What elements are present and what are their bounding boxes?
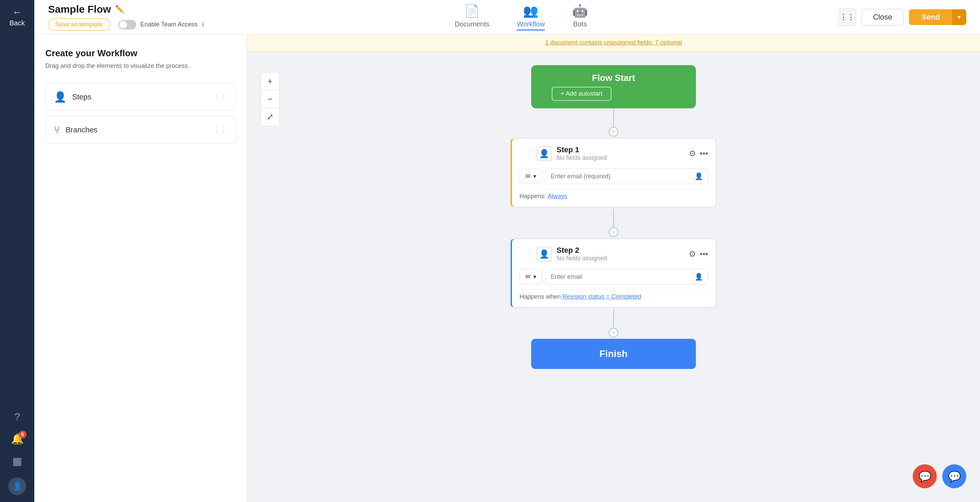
notification-badge: 5 (19, 431, 26, 438)
connector-add-3[interactable]: + (609, 328, 618, 337)
step-1-email-input-wrapper: 👤 (546, 168, 708, 184)
workflow-icon: 👥 (523, 4, 538, 18)
step-2-avatar: 👤 (537, 246, 552, 262)
step-1-happens-label: Happens: (520, 193, 546, 200)
save-template-button[interactable]: Save as template (48, 19, 110, 30)
connector-3: + (613, 309, 614, 333)
step-2-body: ✉ ▾ 👤 Happens when Revision sta (512, 265, 716, 307)
bots-icon: 🤖 (572, 4, 588, 18)
steps-drag-handle[interactable]: ⋮⋮ (213, 93, 227, 101)
connector-2: + (613, 209, 614, 232)
help-icon[interactable]: ? (14, 411, 20, 423)
grid-view-button[interactable]: ⋮⋮ (838, 8, 856, 26)
step-1-email-type-select[interactable]: ✉ ▾ (520, 169, 542, 184)
sidebar-item-steps[interactable]: 👤 Steps ⋮⋮ (45, 83, 236, 111)
back-label: Back (10, 19, 25, 27)
enable-access-label: Enable Team Access (140, 21, 198, 28)
close-button[interactable]: Close (862, 9, 904, 25)
step-2-header: ⋮⋮ 👤 Step 2 No fields assigned ⚙ ••• (512, 239, 716, 265)
flow-title-text: Sample Flow (48, 3, 111, 15)
toggle-knob (119, 21, 127, 29)
step-2-contact-icon[interactable]: 👤 (695, 273, 703, 281)
email-icon: ✉ (525, 173, 530, 180)
tab-workflow-label: Workflow (517, 20, 545, 28)
step-2-email-input[interactable] (551, 273, 692, 281)
send-button[interactable]: Send (909, 9, 952, 25)
finish-label: Finish (600, 348, 628, 359)
edit-title-icon[interactable]: ✏️ (115, 5, 124, 14)
tab-documents[interactable]: 📄 Documents (455, 4, 489, 30)
steps-icon: 👤 (54, 91, 67, 103)
banner: 1 document contains unassigned fields: 7… (247, 34, 980, 51)
flow-title-area: Sample Flow ✏️ (48, 3, 204, 15)
tab-workflow[interactable]: 👥 Workflow (517, 4, 545, 30)
notifications-icon[interactable]: 🔔 5 (11, 433, 24, 445)
step-1-card: ⋮⋮ 👤 Step 1 No fields assigned ⚙ ••• (511, 138, 716, 207)
step-2-email-type-select[interactable]: ✉ ▾ (520, 269, 542, 284)
zoom-fit-button[interactable]: ⤢ (261, 108, 279, 126)
step-1-name: Step 1 (557, 145, 684, 154)
step-1-email-row: ✉ ▾ 👤 (520, 168, 708, 184)
dashboard-icon[interactable]: ▦ (12, 455, 22, 467)
sidebar: Create your Workflow Drag and drop the e… (34, 34, 247, 502)
step-1-actions: ⚙ ••• (689, 149, 708, 159)
step-2-gear-icon[interactable]: ⚙ (689, 249, 696, 259)
step-2-more-icon[interactable]: ••• (700, 249, 708, 259)
dropdown-arrow: ▾ (533, 173, 536, 180)
zoom-out-button[interactable]: − (261, 90, 279, 108)
enable-access-toggle[interactable] (118, 20, 136, 30)
step-1-happens-value[interactable]: Always (548, 193, 567, 200)
step-2-drag-handle[interactable]: ⋮⋮ (520, 250, 532, 258)
step-1-fields: No fields assigned (557, 154, 684, 162)
step-2-card: ⋮⋮ 👤 Step 2 No fields assigned ⚙ ••• (511, 238, 716, 308)
step-1-email-input[interactable] (551, 173, 692, 180)
branches-drag-handle[interactable]: ⋮⋮ (213, 126, 227, 134)
step-2-actions: ⚙ ••• (689, 249, 708, 259)
flow-start-label: Flow Start (552, 73, 675, 83)
connector-1: + (613, 108, 614, 132)
step-1-more-icon[interactable]: ••• (700, 149, 708, 159)
zoom-in-button[interactable]: + (261, 72, 279, 90)
step-1-gear-icon[interactable]: ⚙ (689, 149, 696, 159)
chat-button-red[interactable]: 💬 (913, 464, 937, 488)
back-button[interactable]: ← Back (10, 7, 25, 27)
header-tabs: 📄 Documents 👥 Workflow 🤖 Bots (204, 4, 838, 30)
connector-add-1[interactable]: + (609, 127, 618, 137)
banner-link[interactable]: 1 document contains unassigned fields: 7… (545, 39, 682, 46)
canvas-area: + − ⤢ Flow Start + Add autostart + (247, 51, 980, 497)
email-icon-2: ✉ (525, 273, 530, 281)
content: Create your Workflow Drag and drop the e… (34, 34, 980, 502)
chat-icons: 💬 💬 (913, 464, 966, 488)
step-1-body: ✉ ▾ 👤 Happens: Always (512, 165, 716, 207)
connector-add-2[interactable]: + (609, 227, 618, 237)
step-1-avatar: 👤 (537, 146, 552, 161)
step-2-info: Step 2 No fields assigned (557, 246, 684, 262)
step-2-email-row: ✉ ▾ 👤 (520, 269, 708, 284)
app: ← Back ? 🔔 5 ▦ 👤 Sample Flow ✏️ Save as … (0, 0, 980, 502)
step-2-name: Step 2 (557, 246, 684, 255)
canvas: 1 document contains unassigned fields: 7… (247, 34, 980, 502)
step-2-happens-value[interactable]: Revision status = Completed (562, 293, 641, 300)
sidebar-item-branches[interactable]: ⑂ Branches ⋮⋮ (45, 116, 236, 144)
main: Sample Flow ✏️ Save as template Enable T… (34, 0, 980, 502)
zoom-controls: + − ⤢ (261, 72, 279, 126)
avatar[interactable]: 👤 (8, 477, 26, 495)
finish-block: Finish (531, 339, 696, 369)
send-dropdown-button[interactable]: ▾ (952, 9, 966, 25)
sidebar-title: Create your Workflow (45, 48, 236, 59)
step-1-info: Step 1 No fields assigned (557, 145, 684, 162)
flow-start-block: Flow Start + Add autostart (531, 65, 696, 108)
step-2-email-input-wrapper: 👤 (546, 269, 708, 284)
step-1-drag-handle[interactable]: ⋮⋮ (520, 150, 532, 157)
step-1-contact-icon[interactable]: 👤 (695, 172, 703, 180)
info-icon[interactable]: ℹ (202, 21, 204, 29)
send-button-group: Send ▾ (909, 9, 966, 25)
chat-button-blue[interactable]: 💬 (942, 464, 966, 488)
steps-label: Steps (72, 92, 208, 102)
top-header: Sample Flow ✏️ Save as template Enable T… (34, 0, 980, 34)
branches-icon: ⑂ (54, 124, 60, 136)
header-right: ⋮⋮ Close Send ▾ (838, 8, 966, 26)
add-autostart-button[interactable]: + Add autostart (552, 87, 611, 101)
header-left: Sample Flow ✏️ Save as template Enable T… (48, 3, 204, 30)
tab-bots[interactable]: 🤖 Bots (572, 4, 588, 30)
